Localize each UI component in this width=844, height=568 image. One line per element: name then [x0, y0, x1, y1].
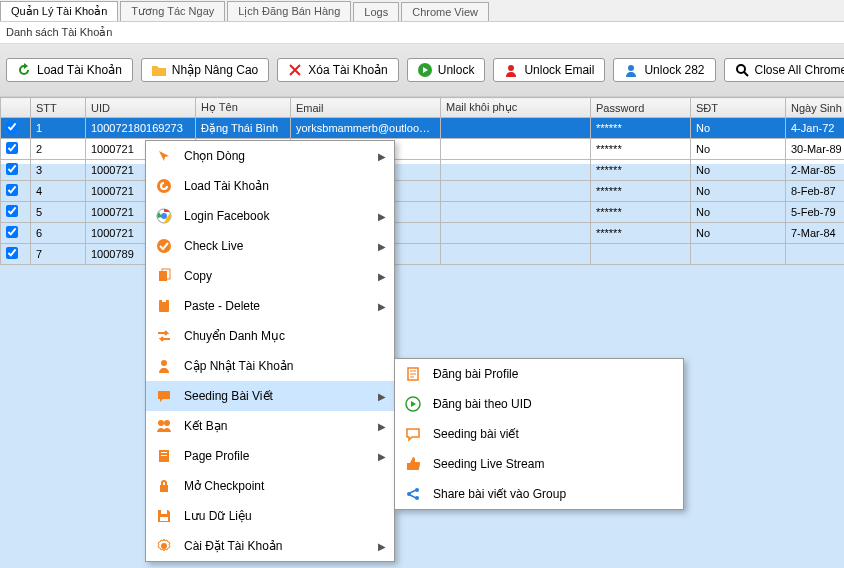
svg-point-6: [161, 213, 167, 219]
cell-stt: 6: [31, 223, 86, 244]
menu-move-category[interactable]: Chuyển Danh Mục: [146, 321, 394, 351]
accounts-table[interactable]: STT UID Họ Tên Email Mail khôi phục Pass…: [0, 97, 844, 265]
row-checkbox[interactable]: [6, 226, 18, 238]
cell-phone: [691, 244, 786, 265]
chrome-icon: [154, 206, 174, 226]
svg-point-2: [628, 65, 634, 71]
cell-phone: No: [691, 139, 786, 160]
unlock-282-button[interactable]: Unlock 282: [613, 58, 715, 82]
chevron-right-icon: ▶: [378, 391, 386, 402]
svg-point-12: [161, 360, 167, 366]
folder-icon: [152, 63, 166, 77]
menu-add-friend[interactable]: Kết Bạn▶: [146, 411, 394, 441]
chat-icon: [154, 386, 174, 406]
col-password[interactable]: Password: [591, 98, 691, 118]
row-checkbox[interactable]: [6, 142, 18, 154]
menu-page-profile[interactable]: Page Profile▶: [146, 441, 394, 471]
col-uid[interactable]: UID: [86, 98, 196, 118]
comment-icon: [403, 424, 423, 444]
thumbs-up-icon: [403, 454, 423, 474]
svg-rect-20: [160, 517, 168, 521]
row-checkbox-cell[interactable]: [1, 202, 31, 223]
tab-interact-now[interactable]: Tương Tác Ngay: [120, 1, 225, 21]
table-row[interactable]: 71000789otmail.: [1, 244, 845, 265]
submenu-post-by-uid[interactable]: Đăng bài theo UID: [395, 389, 683, 419]
unlock-email-button[interactable]: Unlock Email: [493, 58, 605, 82]
col-recovery[interactable]: Mail khôi phục: [441, 98, 591, 118]
unlock-label: Unlock: [438, 63, 475, 77]
document-icon: [403, 364, 423, 384]
menu-select-rows[interactable]: Chọn Dòng▶: [146, 141, 394, 171]
close-all-chrome-label: Close All Chrome: [755, 63, 845, 77]
cell-phone: No: [691, 181, 786, 202]
menu-settings[interactable]: Cài Đặt Tài Khoản▶: [146, 531, 394, 561]
table-row[interactable]: 51000721com******No5-Feb-79: [1, 202, 845, 223]
unlock-button[interactable]: Unlock: [407, 58, 486, 82]
cell-password: ******: [591, 139, 691, 160]
col-phone[interactable]: SĐT: [691, 98, 786, 118]
menu-copy[interactable]: Copy▶: [146, 261, 394, 291]
menu-paste-delete[interactable]: Paste - Delete▶: [146, 291, 394, 321]
cell-password: ******: [591, 118, 691, 139]
row-checkbox-cell[interactable]: [1, 160, 31, 181]
table-row[interactable]: 61000721otmail.******No7-Mar-84: [1, 223, 845, 244]
submenu-seeding-live[interactable]: Seeding Live Stream: [395, 449, 683, 479]
cell-password: ******: [591, 223, 691, 244]
row-checkbox-cell[interactable]: [1, 181, 31, 202]
submenu-share-group[interactable]: Share bài viết vào Group: [395, 479, 683, 509]
close-all-chrome-button[interactable]: Close All Chrome: [724, 58, 845, 82]
col-name[interactable]: Họ Tên: [196, 98, 291, 118]
row-checkbox-cell[interactable]: [1, 223, 31, 244]
tab-chrome-view[interactable]: Chrome View: [401, 2, 489, 21]
refresh-icon: [154, 176, 174, 196]
svg-rect-17: [161, 455, 167, 456]
cell-phone: No: [691, 160, 786, 181]
submenu-post-profile[interactable]: Đăng bài Profile: [395, 359, 683, 389]
svg-point-3: [737, 65, 745, 73]
row-checkbox[interactable]: [6, 184, 18, 196]
submenu-seeding-post[interactable]: Seeding bài viết: [395, 419, 683, 449]
cell-phone: No: [691, 223, 786, 244]
row-checkbox[interactable]: [6, 163, 18, 175]
accounts-table-wrap: STT UID Họ Tên Email Mail khôi phục Pass…: [0, 97, 844, 265]
col-checkbox[interactable]: [1, 98, 31, 118]
tab-logs[interactable]: Logs: [353, 2, 399, 21]
cell-password: ******: [591, 160, 691, 181]
tab-schedule[interactable]: Lịch Đăng Bán Hàng: [227, 1, 351, 21]
row-checkbox-cell[interactable]: [1, 118, 31, 139]
menu-check-live[interactable]: Check Live▶: [146, 231, 394, 261]
menu-login-facebook[interactable]: Login Facebook▶: [146, 201, 394, 231]
col-email[interactable]: Email: [291, 98, 441, 118]
menu-save-data[interactable]: Lưu Dữ Liệu: [146, 501, 394, 531]
tab-accounts[interactable]: Quản Lý Tài Khoản: [0, 1, 118, 21]
page-icon: [154, 446, 174, 466]
row-checkbox-cell[interactable]: [1, 139, 31, 160]
col-dob[interactable]: Ngày Sinh: [786, 98, 845, 118]
row-checkbox[interactable]: [6, 205, 18, 217]
refresh-icon: [17, 63, 31, 77]
import-button[interactable]: Nhập Nâng Cao: [141, 58, 269, 82]
menu-update-account[interactable]: Cập Nhật Tài Khoản: [146, 351, 394, 381]
table-header-row: STT UID Họ Tên Email Mail khôi phục Pass…: [1, 98, 845, 118]
delete-account-button[interactable]: Xóa Tài Khoản: [277, 58, 399, 82]
table-row[interactable]: 31000721look.c...******No2-Mar-85: [1, 160, 845, 181]
copy-icon: [154, 266, 174, 286]
unlock-email-label: Unlock Email: [524, 63, 594, 77]
menu-open-checkpoint[interactable]: Mở Checkpoint: [146, 471, 394, 501]
cell-stt: 5: [31, 202, 86, 223]
cell-stt: 3: [31, 160, 86, 181]
load-accounts-button[interactable]: Load Tài Khoản: [6, 58, 133, 82]
row-checkbox[interactable]: [6, 121, 18, 133]
table-row[interactable]: 21000721hotmai...******No30-Mar-89: [1, 139, 845, 160]
table-row[interactable]: 41000721look.fr******No8-Feb-87: [1, 181, 845, 202]
row-checkbox[interactable]: [6, 247, 18, 259]
svg-rect-16: [161, 452, 167, 453]
menu-load-accounts[interactable]: Load Tài Khoản: [146, 171, 394, 201]
chevron-right-icon: ▶: [378, 541, 386, 552]
cell-dob: 7-Mar-84: [786, 223, 845, 244]
table-row[interactable]: 1100072180169273Đặng Thái Bìnhyorksbmamm…: [1, 118, 845, 139]
row-checkbox-cell[interactable]: [1, 244, 31, 265]
col-stt[interactable]: STT: [31, 98, 86, 118]
play-icon: [418, 63, 432, 77]
menu-seeding-post[interactable]: Seeding Bài Viết▶: [146, 381, 394, 411]
